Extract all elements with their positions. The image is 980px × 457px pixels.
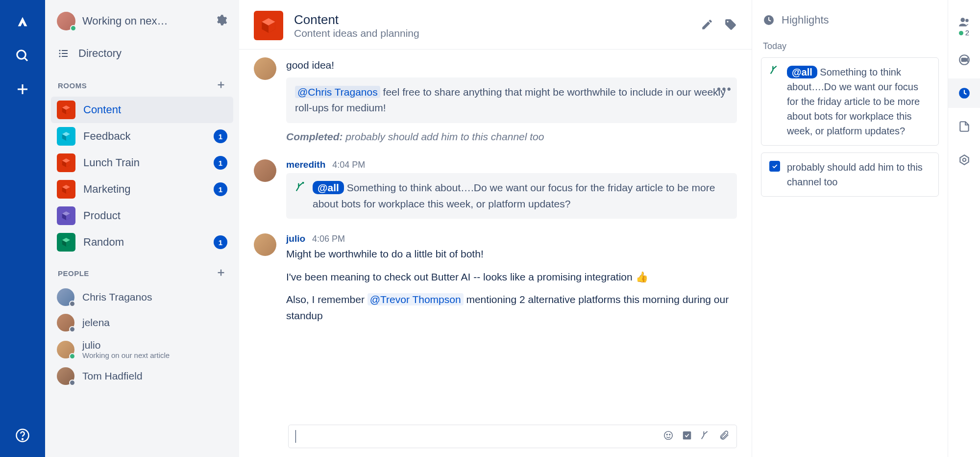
unread-badge: 1 bbox=[214, 182, 227, 196]
room-item[interactable]: Lunch Train1 bbox=[51, 150, 233, 176]
svg-rect-41 bbox=[683, 432, 691, 440]
add-person-icon[interactable] bbox=[216, 267, 226, 279]
help-icon[interactable] bbox=[11, 424, 34, 447]
decision-composer-icon[interactable] bbox=[700, 430, 711, 443]
person-avatar bbox=[57, 314, 74, 331]
settings-icon[interactable] bbox=[215, 14, 227, 28]
edit-icon[interactable] bbox=[701, 18, 713, 33]
message: good idea! @Chris Traganos feel free to … bbox=[254, 53, 737, 145]
completed-label: Completed: bbox=[286, 131, 343, 142]
presence-indicator bbox=[69, 353, 75, 359]
room-item[interactable]: Marketing1 bbox=[51, 176, 233, 203]
unread-badge: 1 bbox=[214, 235, 227, 249]
highlights-title: Highlights bbox=[782, 14, 829, 26]
video-call-button[interactable] bbox=[948, 45, 980, 75]
message-avatar[interactable] bbox=[254, 57, 276, 80]
svg-rect-11 bbox=[62, 56, 68, 57]
settings-button[interactable] bbox=[948, 145, 980, 175]
user-avatar[interactable] bbox=[57, 12, 75, 30]
svg-point-40 bbox=[669, 434, 670, 435]
files-button[interactable] bbox=[948, 112, 980, 141]
room-name: Lunch Train bbox=[83, 156, 206, 169]
search-icon[interactable] bbox=[11, 44, 34, 68]
message-author[interactable]: julio bbox=[286, 233, 305, 244]
online-dot-icon bbox=[959, 31, 963, 35]
main-panel: Content Content ideas and planning good … bbox=[239, 0, 752, 457]
person-item[interactable]: Tom Hadfield bbox=[51, 363, 233, 389]
message-time: 4:06 PM bbox=[312, 234, 345, 244]
svg-rect-46 bbox=[961, 58, 966, 62]
highlight-card[interactable]: @all Something to think about….Do we wan… bbox=[761, 57, 939, 146]
more-icon[interactable]: ••• bbox=[717, 82, 732, 96]
mention-all[interactable]: @all bbox=[313, 181, 344, 194]
rooms-header-label: ROOMS bbox=[58, 81, 87, 90]
message-avatar[interactable] bbox=[254, 159, 276, 182]
app-logo-icon[interactable] bbox=[11, 11, 34, 34]
message: meredith 4:04 PM @all Something to think… bbox=[254, 155, 737, 219]
person-name: Chris Traganos bbox=[82, 291, 152, 303]
message-composer bbox=[288, 425, 737, 448]
highlights-header: Highlights bbox=[761, 14, 939, 26]
svg-marker-48 bbox=[960, 155, 968, 165]
tag-icon[interactable] bbox=[724, 18, 737, 33]
person-status: Working on our next article bbox=[82, 351, 170, 359]
room-name: Random bbox=[83, 236, 206, 249]
people-count-button[interactable]: 2 bbox=[948, 12, 980, 41]
people-header-label: PEOPLE bbox=[58, 269, 89, 278]
user-status-text[interactable]: Working on nex… bbox=[82, 15, 208, 27]
person-avatar bbox=[57, 288, 74, 306]
message-time: 4:04 PM bbox=[332, 160, 365, 170]
room-icon bbox=[57, 127, 75, 146]
person-item[interactable]: Chris Traganos bbox=[51, 284, 233, 310]
mention[interactable]: @Chris Traganos bbox=[295, 86, 380, 98]
svg-point-43 bbox=[960, 18, 965, 22]
presence-indicator bbox=[69, 326, 75, 332]
create-icon[interactable] bbox=[11, 77, 34, 101]
unread-badge: 1 bbox=[214, 129, 227, 143]
svg-point-0 bbox=[17, 51, 26, 59]
svg-point-49 bbox=[962, 158, 966, 162]
svg-point-44 bbox=[965, 19, 969, 23]
composer-input-box[interactable] bbox=[288, 425, 737, 448]
message: julio 4:06 PM Might be worthwhile to do … bbox=[254, 229, 737, 324]
directory-label: Directory bbox=[78, 47, 122, 60]
room-icon bbox=[57, 101, 75, 119]
highlight-card[interactable]: probably should add him to this channel … bbox=[761, 152, 939, 197]
add-room-icon[interactable] bbox=[216, 79, 226, 92]
person-avatar bbox=[57, 367, 74, 385]
rooms-section-header: ROOMS bbox=[51, 68, 233, 97]
global-nav-rail bbox=[0, 0, 45, 457]
sidebar: Working on nex… Directory ROOMS ContentF… bbox=[45, 0, 239, 457]
message-text: I've been meaning to check out Butter AI… bbox=[286, 269, 737, 285]
message-quote: @Chris Traganos feel free to share anyth… bbox=[286, 77, 737, 123]
mention[interactable]: @Trevor Thompson bbox=[368, 293, 464, 305]
svg-point-8 bbox=[59, 53, 61, 54]
message-author[interactable]: meredith bbox=[286, 159, 325, 170]
person-item[interactable]: jelena bbox=[51, 310, 233, 335]
highlights-button[interactable] bbox=[948, 78, 980, 108]
room-item[interactable]: Content bbox=[51, 97, 233, 123]
room-item[interactable]: Random1 bbox=[51, 229, 233, 255]
svg-point-5 bbox=[22, 439, 23, 440]
highlight-decision-icon bbox=[769, 65, 780, 77]
person-name: Tom Hadfield bbox=[82, 370, 143, 382]
room-icon bbox=[57, 180, 75, 199]
svg-point-6 bbox=[59, 50, 61, 51]
room-name: Content bbox=[83, 103, 227, 116]
task-icon[interactable] bbox=[682, 430, 692, 443]
callout-text: Something to think about….Do we want our… bbox=[313, 182, 715, 209]
directory-link[interactable]: Directory bbox=[51, 33, 233, 68]
attachment-icon[interactable] bbox=[719, 430, 730, 443]
room-item[interactable]: Product bbox=[51, 203, 233, 229]
channel-title: Content bbox=[294, 12, 690, 27]
input-caret bbox=[295, 430, 296, 443]
completed-action: Completed: probably should add him to th… bbox=[286, 129, 737, 145]
room-name: Feedback bbox=[83, 130, 206, 143]
person-item[interactable]: julioWorking on our next article bbox=[51, 335, 233, 363]
room-item[interactable]: Feedback1 bbox=[51, 123, 233, 150]
right-rail: 2 bbox=[948, 0, 980, 457]
emoji-icon[interactable] bbox=[663, 430, 674, 443]
room-icon bbox=[57, 233, 75, 252]
svg-rect-7 bbox=[62, 50, 68, 51]
message-avatar[interactable] bbox=[254, 233, 276, 256]
